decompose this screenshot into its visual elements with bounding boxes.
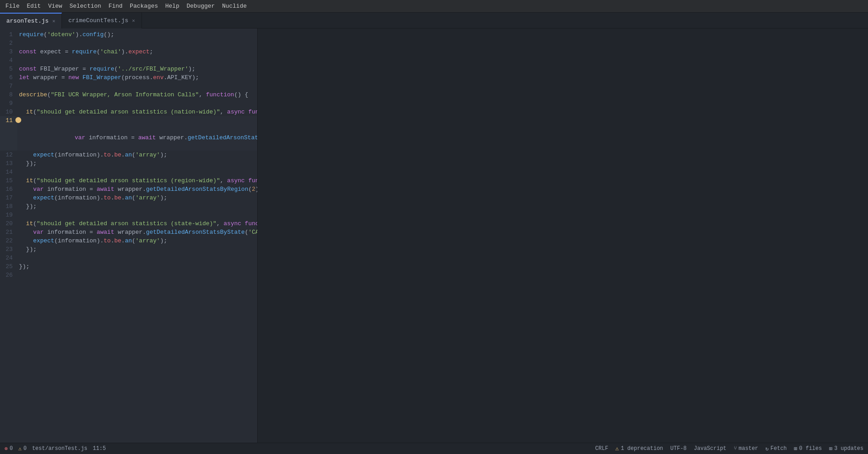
git-branch-icon: ⑂ <box>734 445 737 452</box>
table-row: 10 it("should get detailed arson statist… <box>0 108 257 116</box>
menu-help[interactable]: Help <box>162 2 183 10</box>
deprecation-label: 1 deprecation <box>621 445 663 452</box>
tab-crimecounttest-label: crimeCountTest.js <box>68 17 128 24</box>
table-row: 20 it("should get detailed arson statist… <box>0 219 257 228</box>
tab-arsontest[interactable]: arsonTest.js ✕ <box>0 13 62 28</box>
menu-edit[interactable]: Edit <box>23 2 44 10</box>
tab-crimecounttest[interactable]: crimeCountTest.js ✕ <box>62 13 142 28</box>
files-label: 0 files <box>799 445 822 452</box>
code-lines: 1 require('dotenv').config(); 2 3 const … <box>0 28 257 279</box>
filepath-label: test/arsonTest.js <box>32 445 87 452</box>
table-row: 24 <box>0 254 257 262</box>
files-item[interactable]: ⊞ 0 files <box>794 445 822 452</box>
table-row: 25 }); <box>0 262 257 271</box>
menu-packages[interactable]: Packages <box>126 2 161 10</box>
table-row: 17 expect(information).to.be.an('array')… <box>0 194 257 202</box>
menubar: File Edit View Selection Find Packages H… <box>0 0 868 13</box>
menu-file[interactable]: File <box>2 2 23 10</box>
cursor-position-item[interactable]: 11:5 <box>93 445 106 452</box>
deprecation-item[interactable]: ⚠ 1 deprecation <box>615 445 663 452</box>
menu-view[interactable]: View <box>44 2 66 10</box>
left-editor-pane[interactable]: 1 require('dotenv').config(); 2 3 const … <box>0 28 258 443</box>
warning-count: 0 <box>24 445 27 452</box>
table-row: 15 it("should get detailed arson statist… <box>0 176 257 185</box>
status-left: ⊗ 0 ⚠ 0 test/arsonTest.js 11:5 <box>5 445 106 452</box>
filepath-item[interactable]: test/arsonTest.js <box>32 445 87 452</box>
error-count-item[interactable]: ⊗ 0 <box>5 445 13 452</box>
git-branch-item[interactable]: ⑂ master <box>734 445 758 452</box>
files-icon: ⊞ <box>794 445 797 452</box>
close-crimecounttest-icon[interactable]: ✕ <box>132 18 135 24</box>
table-row: 18 }); <box>0 202 257 211</box>
encoding-label: UTF-8 <box>670 445 687 452</box>
tabbar: arsonTest.js ✕ crimeCountTest.js ✕ <box>0 13 868 28</box>
sync-icon: ↻ <box>765 445 769 452</box>
warning-count-item[interactable]: ⚠ 0 <box>18 445 26 452</box>
menu-nuclide[interactable]: Nuclide <box>218 2 250 10</box>
breakpoint-indicator <box>15 117 21 123</box>
menu-find[interactable]: Find <box>105 2 126 10</box>
close-arsontest-icon[interactable]: ✕ <box>52 18 56 24</box>
table-row: 7 <box>0 82 257 90</box>
updates-label: 3 updates <box>834 445 863 452</box>
warning-icon: ⚠ <box>18 445 21 452</box>
menu-selection[interactable]: Selection <box>66 2 105 10</box>
table-row: 6 let wrapper = new FBI_Wrapper(process.… <box>0 73 257 82</box>
table-row: 12 expect(information).to.be.an('array')… <box>0 151 257 159</box>
right-editor-pane <box>258 28 868 443</box>
table-row: 22 expect(information).to.be.an('array')… <box>0 236 257 245</box>
table-row: 16 var information = await wrapper.getDe… <box>0 185 257 194</box>
table-row: 26 <box>0 271 257 279</box>
editor-area: 1 require('dotenv').config(); 2 3 const … <box>0 28 868 443</box>
git-branch-label: master <box>739 445 758 452</box>
deprecation-warn-icon: ⚠ <box>615 445 619 452</box>
table-row: 13 }); <box>0 159 257 168</box>
encoding-item[interactable]: UTF-8 <box>670 445 687 452</box>
table-row: 8 describe("FBI UCR Wrapper, Arson Infor… <box>0 90 257 99</box>
table-row: 4 <box>0 56 257 65</box>
table-row: 21 var information = await wrapper.getDe… <box>0 228 257 236</box>
table-row: 2 <box>0 39 257 47</box>
fetch-item[interactable]: ↻ Fetch <box>765 445 787 452</box>
table-row: 9 <box>0 99 257 108</box>
table-row: 14 <box>0 168 257 176</box>
language-item[interactable]: JavaScript <box>694 445 726 452</box>
error-icon: ⊗ <box>5 445 8 452</box>
line-ending-item[interactable]: CRLF <box>595 445 609 452</box>
line-ending: CRLF <box>595 445 609 452</box>
updates-item[interactable]: ⊞ 3 updates <box>829 445 863 452</box>
updates-icon: ⊞ <box>829 445 832 452</box>
table-row: 5 const FBI_Wrapper = require('../src/FB… <box>0 65 257 73</box>
table-row: 23 }); <box>0 245 257 254</box>
language-label: JavaScript <box>694 445 726 452</box>
table-row: 3 const expect = require('chai').expect; <box>0 47 257 56</box>
tab-arsontest-label: arsonTest.js <box>6 18 49 24</box>
menu-debugger[interactable]: Debugger <box>183 2 218 10</box>
fetch-label: Fetch <box>770 445 787 452</box>
statusbar: ⊗ 0 ⚠ 0 test/arsonTest.js 11:5 CRLF ⚠ 1 … <box>0 443 868 454</box>
table-row: 11 var information = await wrapper.getDe… <box>0 116 257 151</box>
error-count: 0 <box>9 445 13 452</box>
table-row: 19 <box>0 211 257 219</box>
table-row: 1 require('dotenv').config(); <box>0 30 257 39</box>
status-right: CRLF ⚠ 1 deprecation UTF-8 JavaScript ⑂ … <box>595 445 863 452</box>
cursor-position: 11:5 <box>93 445 106 452</box>
